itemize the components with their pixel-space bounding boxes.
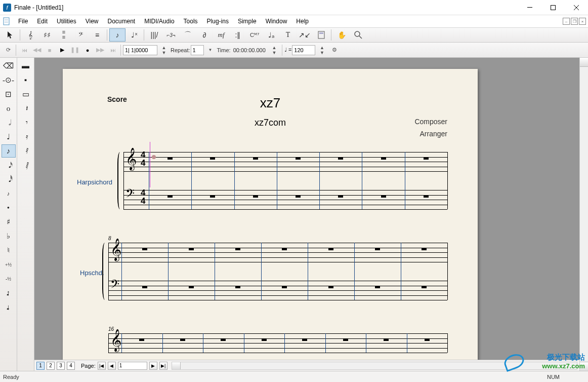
page-layout-tool[interactable] xyxy=(313,28,329,42)
counter-field[interactable] xyxy=(123,45,157,55)
lower-half-tool[interactable]: -½ xyxy=(2,272,16,285)
first-page-button[interactable]: |◀ xyxy=(98,362,106,370)
key-sig-tool[interactable]: ♯♯ xyxy=(39,28,55,42)
thirtysecond-note-tool[interactable]: 𝅘𝅥𝅰 xyxy=(2,173,16,186)
staff-tool[interactable]: 𝄞 xyxy=(22,28,38,42)
half-rest-tool[interactable]: ▪ xyxy=(19,73,33,87)
pause-button[interactable]: ❚❚ xyxy=(69,44,81,56)
prev-page-button[interactable]: ◀ xyxy=(108,362,116,370)
tuplet-tool[interactable]: ⌐3¬ xyxy=(163,28,179,42)
hand-tool[interactable]: ✋ xyxy=(333,28,350,42)
instrument-label-2[interactable]: Hpschd. xyxy=(80,269,104,277)
menu-midi-audio[interactable]: MIDI/Audio xyxy=(140,17,178,26)
composer-text[interactable]: Composer xyxy=(414,118,447,126)
mdi-minimize-button[interactable]: – xyxy=(563,18,570,25)
grace-note-tool[interactable]: ♪ xyxy=(2,187,16,200)
mdi-restore-button[interactable]: ❐ xyxy=(571,18,578,25)
rewind-start-button[interactable]: ⏮ xyxy=(18,44,30,56)
counter-stepper[interactable]: ▲▼ xyxy=(158,44,170,56)
repeat-dropdown[interactable]: ▼ xyxy=(204,44,217,56)
menu-simple[interactable]: Simple xyxy=(234,17,261,26)
score-page[interactable]: Score xz7 xz7com Composer Arranger Harps… xyxy=(63,69,478,360)
menu-help[interactable]: Help xyxy=(292,17,313,26)
dot-tool[interactable]: • xyxy=(2,201,16,214)
sixteenth-rest-tool[interactable]: 𝄿 xyxy=(19,130,33,143)
time-stepper[interactable]: ▲▼ xyxy=(268,44,280,56)
note-up-tool[interactable]: 𝅘↑ xyxy=(2,286,16,299)
raise-half-tool[interactable]: +½ xyxy=(2,258,16,271)
resize-tool[interactable]: ↗↙ xyxy=(297,28,313,42)
bass-staff[interactable]: 𝄢 xyxy=(108,281,447,300)
staff-system-3[interactable]: 16 𝄞 xyxy=(108,333,447,353)
rewind-button[interactable]: ◀◀ xyxy=(31,44,43,56)
expression-tool[interactable]: mf xyxy=(213,28,229,42)
bass-staff[interactable]: 𝄢 44 xyxy=(123,190,447,209)
forward-button[interactable]: ▶▶ xyxy=(94,44,106,56)
mdi-close-button[interactable]: × xyxy=(579,18,586,25)
forward-end-button[interactable]: ⏭ xyxy=(107,44,119,56)
chord-tool[interactable]: Cᴹ⁷ xyxy=(246,28,263,42)
vertical-scrollbar[interactable] xyxy=(579,58,588,371)
close-button[interactable] xyxy=(565,0,588,15)
time-sig-tool[interactable]: ≡≡ xyxy=(56,28,72,42)
whole-rest-tool[interactable]: ▬ xyxy=(19,59,33,72)
quarter-note-tool[interactable]: ♩ xyxy=(2,130,16,143)
menu-utilities[interactable]: Utilities xyxy=(53,17,80,26)
natural-tool[interactable]: ♮ xyxy=(2,244,16,257)
view-tab-2[interactable]: 2 xyxy=(47,362,55,370)
eighth-note-tool[interactable]: ♪ xyxy=(2,144,16,158)
record-button[interactable]: ● xyxy=(81,44,94,56)
flat-tool[interactable]: ♭ xyxy=(2,230,16,243)
menu-plugins[interactable]: Plug-ins xyxy=(203,17,233,26)
sixteenth-note-tool[interactable]: 𝅘𝅥𝅯 xyxy=(2,159,16,172)
quarter-rest-tool[interactable]: 𝄽 xyxy=(19,102,33,115)
staff-system-1[interactable]: 𝄞 44 𝄢 44 xyxy=(123,152,447,209)
sixtyfourth-rest-tool[interactable]: 𝅁 xyxy=(19,159,33,172)
zoom-tool[interactable] xyxy=(350,28,366,42)
menu-edit[interactable]: Edit xyxy=(33,17,52,26)
next-page-button[interactable]: ▶ xyxy=(149,362,157,370)
thirtysecond-rest-tool[interactable]: 𝅀 xyxy=(19,144,33,158)
treble-staff[interactable]: 𝄞 44 xyxy=(123,152,447,171)
tie-tool[interactable]: -⊙- xyxy=(2,73,16,87)
voice-tool[interactable]: ⊡ xyxy=(2,88,16,101)
note-down-tool[interactable]: 𝅘↓ xyxy=(2,300,16,314)
menu-window[interactable]: Window xyxy=(262,17,291,26)
speedy-entry-tool[interactable]: ♩ˣ xyxy=(126,28,142,42)
hyperscribe-tool[interactable]: |||/ xyxy=(146,28,162,42)
canvas-viewport[interactable]: Score xz7 xz7com Composer Arranger Harps… xyxy=(34,58,579,360)
instrument-label-1[interactable]: Harpsichord xyxy=(77,178,112,186)
menu-file[interactable]: File xyxy=(14,17,32,26)
staff-system-2[interactable]: 8 𝄞 𝄢 xyxy=(108,243,447,300)
sharp-tool[interactable]: ♯ xyxy=(2,215,16,228)
treble-staff[interactable]: 𝄞 xyxy=(108,333,447,353)
last-page-button[interactable]: ▶| xyxy=(159,362,167,370)
text-tool[interactable]: T xyxy=(280,28,296,42)
page-title[interactable]: xz7 xyxy=(63,95,478,111)
tempo-field[interactable] xyxy=(292,45,315,55)
repitch-tool[interactable]: o xyxy=(2,102,16,115)
minimize-button[interactable] xyxy=(518,0,541,15)
view-tab-4[interactable]: 4 xyxy=(67,362,75,370)
half-note-tool[interactable]: 𝅗𝅥 xyxy=(2,116,16,129)
smart-shape-tool[interactable]: ⌒ xyxy=(180,28,196,42)
stop-button[interactable]: ■ xyxy=(44,44,56,56)
repeat-tool[interactable]: :∥ xyxy=(230,28,246,42)
view-tab-1[interactable]: 1 xyxy=(36,362,45,370)
settings-button[interactable]: ⚙ xyxy=(328,44,341,56)
selection-tool[interactable] xyxy=(2,28,18,42)
measure-tool[interactable]: ≡ xyxy=(89,28,105,42)
maximize-button[interactable] xyxy=(541,0,565,15)
clef-tool[interactable]: 𝄢 xyxy=(72,28,89,42)
view-tab-3[interactable]: 3 xyxy=(57,362,65,370)
eraser-tool[interactable]: ⌫ xyxy=(2,59,16,72)
page-number-field[interactable] xyxy=(118,362,147,370)
loop-button[interactable]: ⟳ xyxy=(2,44,14,56)
menu-tools[interactable]: Tools xyxy=(180,17,202,26)
simple-entry-tool[interactable]: ♪ xyxy=(109,28,125,42)
lyrics-tool[interactable]: ♩ₐ xyxy=(263,28,279,42)
arranger-text[interactable]: Arranger xyxy=(420,130,447,138)
tempo-stepper[interactable]: ▲▼ xyxy=(316,44,328,56)
eighth-rest-tool[interactable]: 𝄾 xyxy=(19,116,33,129)
articulation-tool[interactable]: ∂ xyxy=(196,28,213,42)
